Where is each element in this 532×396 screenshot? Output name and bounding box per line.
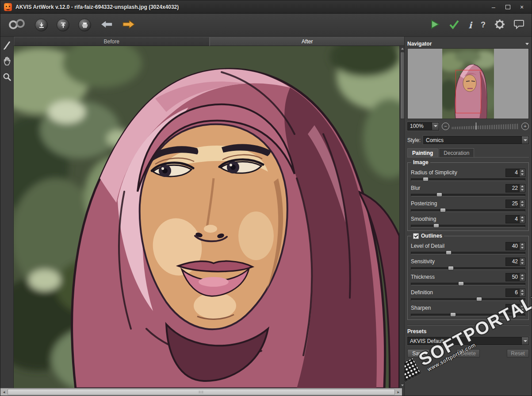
spin-up-icon[interactable]: [520, 242, 525, 246]
hand-tool[interactable]: [2, 56, 12, 67]
spin-up-icon[interactable]: [520, 258, 525, 262]
scroll-right-icon[interactable]: ►: [395, 388, 402, 396]
spin-down-icon[interactable]: [520, 308, 525, 312]
tab-after-label: After: [302, 38, 313, 45]
slider-track[interactable]: [411, 252, 525, 254]
spin-up-icon[interactable]: [520, 289, 525, 293]
slider-track[interactable]: [411, 283, 525, 285]
zoom-out-button[interactable]: −: [442, 123, 449, 130]
feedback-button[interactable]: [514, 17, 524, 33]
slider-track[interactable]: [411, 209, 525, 212]
spin-down-icon[interactable]: [520, 261, 525, 265]
zoom-in-button[interactable]: +: [521, 123, 529, 130]
slider-track[interactable]: [411, 314, 525, 316]
tab-before[interactable]: Before: [14, 37, 210, 46]
spin-down-icon[interactable]: [520, 292, 525, 296]
slider-value-spinbox[interactable]: 4: [505, 169, 525, 177]
slider-track[interactable]: [411, 267, 525, 270]
undo-button[interactable]: [100, 17, 113, 33]
outlines-checkbox[interactable]: [413, 233, 419, 239]
tab-painting[interactable]: Painting: [407, 148, 438, 157]
navigator-preview[interactable]: [407, 48, 529, 119]
combo-arrow-icon[interactable]: [521, 337, 528, 345]
redo-button[interactable]: [122, 17, 135, 33]
about-button[interactable]: i: [468, 17, 472, 33]
spin-up-icon[interactable]: [520, 200, 525, 204]
presets-combobox[interactable]: AKVIS Default: [407, 337, 529, 345]
zoom-tool[interactable]: [2, 72, 12, 83]
tab-decoration[interactable]: Decoration: [439, 148, 474, 157]
scroll-left-icon[interactable]: ◄: [0, 388, 8, 396]
combo-arrow-icon[interactable]: [521, 136, 528, 144]
spin-up-icon[interactable]: [520, 304, 525, 308]
slider-value-spinbox[interactable]: 4: [505, 215, 525, 223]
save-icon: [57, 19, 69, 31]
zoom-slider-thumb[interactable]: [475, 122, 477, 130]
help-button[interactable]: ?: [481, 17, 486, 33]
spin-up-icon[interactable]: [520, 169, 525, 173]
horizontal-scroll-thumb[interactable]: [8, 389, 395, 395]
slider-track[interactable]: [411, 178, 525, 181]
spin-down-icon[interactable]: [520, 246, 525, 250]
close-button[interactable]: ×: [516, 2, 528, 12]
slider-handle[interactable]: [450, 312, 456, 317]
spin-down-icon[interactable]: [520, 204, 525, 208]
magnifier-icon: [3, 73, 11, 83]
slider-row: Radius of Simplicity4: [411, 169, 525, 181]
style-combobox[interactable]: Comics: [423, 136, 529, 144]
maximize-button[interactable]: [501, 2, 514, 12]
save-image-button[interactable]: [57, 17, 69, 33]
slider-handle[interactable]: [446, 250, 452, 255]
combo-arrow-icon[interactable]: [432, 123, 439, 130]
slider-value-spinbox[interactable]: 6: [505, 288, 525, 297]
print-icon: [78, 19, 91, 31]
zoom-slider[interactable]: [452, 122, 519, 130]
spin-up-icon[interactable]: [520, 273, 525, 277]
slider-handle[interactable]: [423, 177, 429, 181]
outlines-sliders: Level of Detail40Sensitivity42Thickness5…: [411, 242, 525, 316]
slider-track[interactable]: [411, 225, 525, 227]
slider-value-spinbox[interactable]: 22: [505, 184, 525, 192]
slider-value-spinbox[interactable]: 40: [505, 242, 525, 250]
spin-up-icon[interactable]: [520, 185, 525, 188]
print-image-button[interactable]: [78, 17, 91, 33]
horizontal-scrollbar[interactable]: ◄ ►: [0, 388, 402, 396]
tab-after[interactable]: After: [210, 37, 406, 46]
after-image-canvas[interactable]: [14, 46, 399, 388]
slider-value-spinbox[interactable]: 42: [505, 258, 525, 266]
spin-down-icon[interactable]: [520, 173, 525, 177]
slider-handle[interactable]: [448, 266, 454, 270]
save-preset-button[interactable]: Save: [407, 349, 429, 358]
slider-value-spinbox[interactable]: 50: [505, 273, 525, 281]
spin-down-icon[interactable]: [520, 188, 525, 192]
slider-value-spinbox[interactable]: 40: [505, 304, 525, 312]
artwork-after-image: [14, 46, 399, 388]
slider-handle[interactable]: [458, 281, 464, 286]
slider-track[interactable]: [411, 194, 525, 196]
open-image-button[interactable]: [35, 17, 48, 33]
slider-handle[interactable]: [440, 208, 446, 212]
minimize-button[interactable]: –: [487, 2, 500, 12]
collapse-icon[interactable]: [525, 43, 529, 45]
spin-buttons: [519, 242, 525, 250]
slider-value-spinbox[interactable]: 25: [505, 200, 525, 208]
spin-down-icon[interactable]: [520, 219, 525, 223]
spin-buttons: [519, 289, 525, 296]
apply-button[interactable]: [449, 17, 459, 33]
spin-down-icon[interactable]: [520, 277, 525, 281]
slider-handle[interactable]: [436, 192, 442, 197]
slider-handle[interactable]: [433, 223, 439, 228]
gear-icon: [494, 19, 505, 31]
akvis-logo-button[interactable]: [8, 17, 26, 33]
slider-track[interactable]: [411, 298, 525, 301]
spin-up-icon[interactable]: [520, 215, 525, 219]
quick-preview-tool[interactable]: [2, 40, 12, 51]
delete-preset-button[interactable]: Delete: [456, 349, 480, 358]
zoom-combobox[interactable]: 100%: [407, 122, 439, 131]
reset-preset-button[interactable]: Reset: [507, 349, 529, 358]
slider-handle[interactable]: [476, 297, 482, 301]
speech-bubble-icon: [514, 19, 524, 31]
run-button[interactable]: [429, 17, 440, 33]
navigator-view-rect[interactable]: [455, 70, 481, 113]
preferences-button[interactable]: [494, 17, 505, 33]
